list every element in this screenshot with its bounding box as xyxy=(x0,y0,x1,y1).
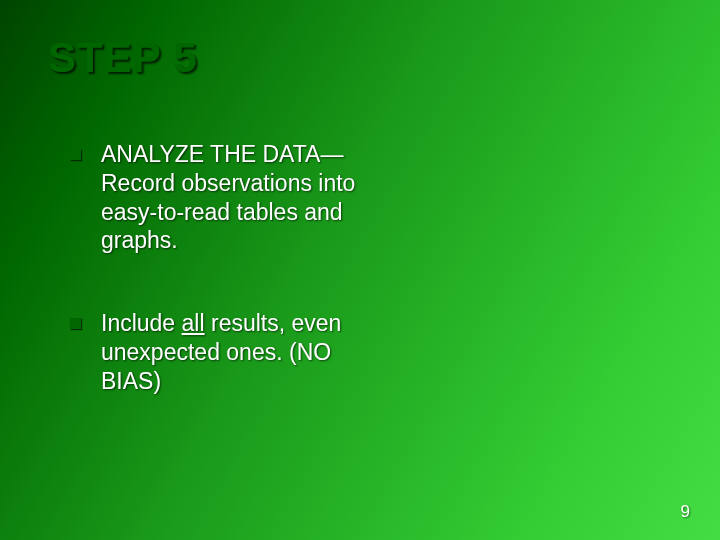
list-item: Include all results, even unexpected one… xyxy=(70,309,390,395)
bullet-icon xyxy=(70,318,81,329)
bullet-2-pre: Include xyxy=(101,310,182,336)
bullet-text-2: Include all results, even unexpected one… xyxy=(101,309,390,395)
slide-title: STEP 5 xyxy=(48,34,198,82)
page-number: 9 xyxy=(681,502,690,522)
bullet-icon xyxy=(70,149,81,160)
bullet-text-1: ANALYZE THE DATA—Record observations int… xyxy=(101,140,390,255)
bullet-list: ANALYZE THE DATA—Record observations int… xyxy=(70,140,390,449)
list-item: ANALYZE THE DATA—Record observations int… xyxy=(70,140,390,255)
bullet-2-underlined: all xyxy=(182,310,205,336)
